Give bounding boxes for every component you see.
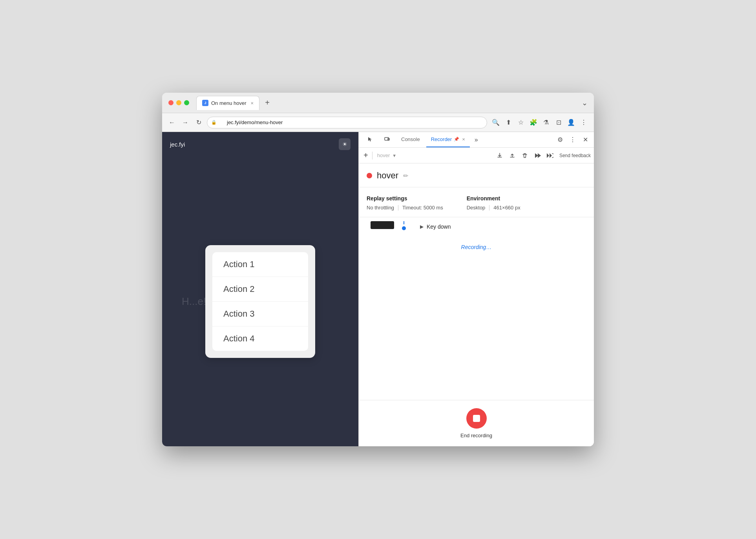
env-type-label[interactable]: Desktop — [467, 205, 486, 211]
page-logo: jec.fyi — [170, 141, 185, 148]
stop-icon — [473, 415, 480, 422]
delete-icon — [522, 152, 528, 159]
forward-button[interactable]: → — [180, 117, 190, 128]
browser-toolbar-icons: 🔍 ⬆ ☆ 🧩 ⚗ ⊡ 👤 ⋮ — [490, 117, 589, 128]
throttling-label[interactable]: No throttling — [367, 205, 394, 211]
new-tab-button[interactable]: + — [262, 98, 273, 107]
traffic-light-red[interactable] — [168, 100, 173, 105]
devtools-tabs-bar: Console Recorder 📌 × » ⚙ ⋮ ✕ — [359, 132, 594, 148]
slow-replay-icon — [546, 152, 553, 159]
export-button[interactable] — [494, 150, 505, 161]
tab-device[interactable] — [379, 132, 395, 147]
recording-indicator-dot — [367, 173, 372, 178]
menu-card: Action 1 Action 2 Action 3 Action 4 — [205, 245, 315, 358]
slow-replay-button[interactable] — [544, 150, 555, 161]
page-hint-text: H...e! — [182, 295, 206, 308]
more-tabs-button[interactable]: » — [471, 136, 481, 143]
lock-icon: 🔒 — [211, 120, 217, 125]
env-divider — [489, 205, 489, 211]
devtools-settings-button[interactable]: ⚙ — [555, 134, 566, 145]
delete-button[interactable] — [519, 150, 530, 161]
share-icon[interactable]: ⬆ — [503, 117, 514, 128]
refresh-button[interactable]: ↻ — [194, 117, 204, 128]
event-row[interactable]: ▶ Key down — [412, 221, 594, 232]
traffic-light-green[interactable] — [184, 100, 189, 105]
recording-selector[interactable]: hover ▼ — [375, 152, 492, 158]
end-recording-button[interactable] — [466, 408, 487, 429]
send-feedback-link[interactable]: Send feedback — [559, 153, 591, 158]
theme-toggle-button[interactable]: ☀ — [339, 138, 351, 150]
recorder-tab-close[interactable]: × — [462, 136, 465, 142]
menu-item-3[interactable]: Action 3 — [212, 302, 308, 326]
menu-icon[interactable]: ⋮ — [578, 117, 589, 128]
main-content: jec.fyi ☀ H...e! Action 1 Action 2 Actio… — [162, 132, 594, 446]
menu-item-2[interactable]: Action 2 — [212, 277, 308, 302]
search-icon[interactable]: 🔍 — [490, 117, 501, 128]
back-button[interactable]: ← — [167, 117, 177, 128]
recorder-pin-icon: 📌 — [454, 137, 459, 142]
timeline-center — [398, 221, 410, 232]
tab-bar: J On menu hover × + — [196, 96, 578, 110]
recording-status: Recording… — [359, 236, 594, 258]
replay-icon — [534, 152, 541, 159]
export-icon — [497, 152, 503, 159]
timeline-dot — [402, 226, 406, 230]
menu-inner: Action 1 Action 2 Action 3 Action 4 — [212, 252, 308, 351]
replay-settings-row: Replay settings No throttling Timeout: 5… — [359, 187, 594, 217]
address-text: jec.fyi/demo/menu-hover — [227, 119, 283, 125]
pip-icon[interactable]: ⊡ — [553, 117, 564, 128]
tab-recorder[interactable]: Recorder 📌 × — [426, 132, 470, 147]
menu-item-4[interactable]: Action 4 — [212, 326, 308, 351]
menu-item-1[interactable]: Action 1 — [212, 252, 308, 277]
edit-name-icon[interactable]: ✏ — [403, 172, 408, 180]
bookmark-icon[interactable]: ☆ — [515, 117, 526, 128]
replay-settings-col: Replay settings No throttling Timeout: 5… — [367, 195, 443, 211]
import-button[interactable] — [507, 150, 518, 161]
toolbar-divider — [372, 152, 373, 160]
tab-close-button[interactable]: × — [251, 100, 254, 106]
replay-settings-detail: No throttling Timeout: 5000 ms — [367, 205, 443, 211]
profile-icon[interactable]: 👤 — [566, 117, 577, 128]
environment-detail: Desktop 461×660 px — [467, 205, 520, 211]
console-tab-label: Console — [401, 136, 420, 142]
svg-marker-4 — [547, 153, 549, 158]
recorder-action-icons — [494, 150, 555, 161]
environment-title: Environment — [467, 195, 520, 202]
expand-icon[interactable]: ▶ — [420, 224, 424, 229]
recording-name-bar: hover ✏ — [359, 163, 594, 187]
replay-settings-title: Replay settings — [367, 195, 443, 202]
tab-console[interactable]: Console — [396, 132, 425, 147]
devtools-panel: Console Recorder 📌 × » ⚙ ⋮ ✕ + hover — [358, 132, 594, 446]
events-area: ▶ Key down Recording… — [359, 217, 594, 400]
browser-window: J On menu hover × + ⌄ ← → ↻ 🔒 jec.fyi/de… — [162, 93, 594, 446]
active-tab[interactable]: J On menu hover × — [196, 96, 259, 110]
title-bar: J On menu hover × + ⌄ — [162, 93, 594, 113]
end-recording-area: End recording — [359, 400, 594, 446]
extensions-icon[interactable]: 🧩 — [528, 117, 539, 128]
devtools-close-button[interactable]: ✕ — [580, 134, 591, 145]
event-timeline: ▶ Key down — [359, 217, 594, 236]
detail-divider — [398, 205, 398, 211]
recording-selector-label: hover — [377, 152, 390, 158]
timeline-line-top — [404, 221, 404, 224]
recorder-toolbar: + hover ▼ — [359, 148, 594, 163]
address-bar: ← → ↻ 🔒 jec.fyi/demo/menu-hover 🔍 ⬆ ☆ 🧩 … — [162, 113, 594, 132]
test-icon[interactable]: ⚗ — [541, 117, 551, 128]
devtools-menu-button[interactable]: ⋮ — [567, 134, 578, 145]
svg-marker-5 — [550, 153, 552, 158]
tab-menu-button[interactable]: ⌄ — [582, 99, 588, 107]
page-area: jec.fyi ☀ H...e! Action 1 Action 2 Actio… — [162, 132, 358, 446]
timeline-right: ▶ Key down — [410, 221, 594, 232]
env-size-label[interactable]: 461×660 px — [493, 205, 520, 211]
tab-title: On menu hover — [211, 100, 247, 106]
timeline-left — [359, 221, 398, 232]
tab-inspect[interactable] — [362, 132, 378, 147]
device-icon — [384, 136, 390, 143]
timeout-label[interactable]: Timeout: 5000 ms — [402, 205, 443, 211]
add-recording-button[interactable]: + — [362, 151, 370, 160]
address-input[interactable]: 🔒 jec.fyi/demo/menu-hover — [207, 117, 487, 128]
timeline-bar — [371, 221, 394, 229]
replay-button[interactable] — [532, 150, 543, 161]
traffic-light-yellow[interactable] — [176, 100, 181, 105]
tab-favicon: J — [202, 100, 208, 106]
